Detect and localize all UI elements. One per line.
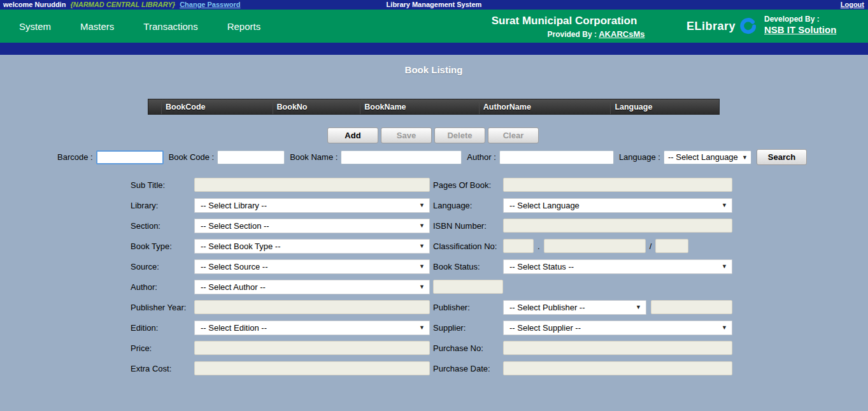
barcode-label: Barcode : [57, 152, 93, 162]
logout-link[interactable]: Logout [841, 1, 864, 8]
edition-select[interactable]: -- Select Edition -- ▼ [194, 321, 430, 335]
purchase-no-input[interactable] [503, 341, 732, 355]
form-row-booktype-classification: Book Type: -- Select Book Type -- ▼ Clas… [131, 239, 732, 253]
book-status-selected-value: -- Select Status -- [509, 262, 574, 271]
book-detail-form: Sub Title: Pages Of Book: Library: -- Se… [131, 178, 732, 382]
price-input[interactable] [194, 341, 430, 355]
section-label: Section: [131, 221, 194, 231]
change-password-link[interactable]: Change Password [180, 1, 240, 8]
book-type-label: Book Type: [131, 242, 194, 251]
search-button[interactable]: Search [757, 149, 807, 165]
author-label: Author : [467, 152, 496, 162]
purchase-date-label: Purchase Date: [433, 364, 503, 373]
chevron-down-icon: ▼ [419, 222, 425, 229]
pages-of-book-input[interactable] [503, 178, 732, 192]
chevron-down-icon: ▼ [722, 324, 727, 331]
book-type-select[interactable]: -- Select Book Type -- ▼ [194, 239, 430, 254]
form-author-select[interactable]: -- Select Author -- ▼ [194, 280, 430, 294]
nav-item-reports[interactable]: Reports [227, 21, 261, 32]
library-selected-value: -- Select Library -- [201, 201, 267, 210]
grid-col-authorname: AuthorName [479, 99, 611, 114]
form-row-price-purchaseno: Price: Purchase No: [131, 341, 732, 355]
nav-item-masters[interactable]: Masters [80, 21, 114, 32]
publisher-year-label: Publisher Year: [131, 303, 194, 312]
source-selected-value: -- Select Source -- [201, 262, 267, 271]
book-code-input[interactable] [217, 150, 285, 164]
classification-part3-input[interactable] [655, 239, 688, 253]
chevron-down-icon: ▼ [419, 243, 425, 249]
isbn-input[interactable] [503, 219, 732, 233]
book-status-select[interactable]: -- Select Status -- ▼ [503, 259, 732, 274]
purchase-no-label: Purchase No: [433, 343, 503, 353]
chevron-down-icon: ▼ [636, 304, 641, 310]
edition-label: Edition: [131, 323, 194, 333]
delete-button[interactable]: Delete [434, 127, 485, 143]
section-selected-value: -- Select Section -- [201, 221, 269, 231]
publisher-year-input[interactable] [194, 300, 430, 314]
classification-part2-input[interactable] [544, 239, 646, 253]
corporation-title: Surat Municipal Corporation [479, 15, 650, 27]
language-label: Language : [619, 152, 660, 162]
brand-name: ELibrary [687, 20, 736, 33]
welcome-text: welcome Nuruddin [3, 1, 66, 8]
provided-by: Provided By : AKARCsMs [479, 29, 650, 39]
section-select[interactable]: -- Select Section -- ▼ [194, 219, 430, 233]
extra-cost-label: Extra Cost: [131, 364, 194, 373]
add-button[interactable]: Add [327, 127, 378, 143]
classification-dot-separator: . [537, 242, 540, 251]
pages-of-book-label: Pages Of Book: [433, 180, 503, 190]
clear-button[interactable]: Clear [488, 127, 539, 143]
top-status-bar: Library Management System welcome Nurudd… [0, 0, 868, 10]
nav-menu: System Masters Transactions Reports [19, 10, 290, 43]
author-extra-input[interactable] [433, 280, 503, 294]
author-input[interactable] [499, 150, 614, 164]
search-bar: Barcode : Book Code : Book Name : Author… [57, 149, 807, 165]
isbn-label: ISBN Number: [433, 221, 503, 231]
publisher-selected-value: -- Select Publisher -- [509, 303, 585, 312]
form-language-select[interactable]: -- Select Language ▼ [503, 198, 732, 213]
form-author-selected-value: -- Select Author -- [201, 282, 266, 292]
developed-by-label: Developed By : [764, 15, 836, 24]
chevron-down-icon: ▼ [722, 202, 727, 208]
supplier-label: Supplier: [433, 323, 503, 333]
classification-part1-input[interactable] [503, 239, 534, 253]
developed-by-link[interactable]: NSB IT Solution [764, 24, 836, 35]
barcode-input[interactable] [96, 150, 164, 164]
form-language-label: Language: [433, 201, 503, 210]
source-select[interactable]: -- Select Source -- ▼ [194, 259, 430, 274]
chevron-down-icon: ▼ [419, 324, 425, 331]
book-name-input[interactable] [341, 150, 462, 164]
main-navbar: System Masters Transactions Reports Sura… [0, 10, 868, 43]
action-buttons: Add Save Delete Clear [327, 127, 539, 143]
language-search-select[interactable]: -- Select Language ▼ [664, 150, 751, 164]
sub-title-label: Sub Title: [131, 180, 194, 190]
book-code-label: Book Code : [169, 152, 215, 162]
form-language-selected-value: -- Select Language [509, 201, 580, 210]
library-label: Library: [131, 201, 194, 210]
form-row-author: Author: -- Select Author -- ▼ [131, 280, 732, 294]
chevron-down-icon: ▼ [419, 284, 425, 290]
classification-label: Classification No: [433, 242, 503, 251]
book-type-selected-value: -- Select Book Type -- [201, 242, 280, 251]
nav-item-transactions[interactable]: Transactions [143, 21, 197, 32]
grid-col-language: Language [610, 99, 719, 114]
form-row-subtitle-pages: Sub Title: Pages Of Book: [131, 178, 732, 192]
form-row-edition-supplier: Edition: -- Select Edition -- ▼ Supplier… [131, 321, 732, 335]
save-button[interactable]: Save [381, 127, 432, 143]
provided-by-link[interactable]: AKARCsMs [599, 29, 644, 39]
sub-title-input[interactable] [194, 178, 430, 192]
purchase-date-input[interactable] [503, 361, 732, 375]
publisher-extra-input[interactable] [651, 300, 732, 314]
chevron-down-icon: ▼ [419, 263, 425, 270]
supplier-select[interactable]: -- Select Supplier -- ▼ [503, 321, 732, 335]
source-label: Source: [131, 262, 194, 271]
form-row-pubyear-publisher: Publisher Year: Publisher: -- Select Pub… [131, 300, 732, 314]
extra-cost-input[interactable] [194, 361, 430, 375]
library-select[interactable]: -- Select Library -- ▼ [194, 198, 430, 213]
book-name-label: Book Name : [290, 152, 338, 162]
page-title: Book Listing [148, 64, 720, 75]
publisher-select[interactable]: -- Select Publisher -- ▼ [503, 300, 646, 315]
language-search-selected: -- Select Language [668, 152, 738, 162]
nav-item-system[interactable]: System [19, 21, 51, 32]
brand-block: ELibrary [687, 18, 756, 34]
